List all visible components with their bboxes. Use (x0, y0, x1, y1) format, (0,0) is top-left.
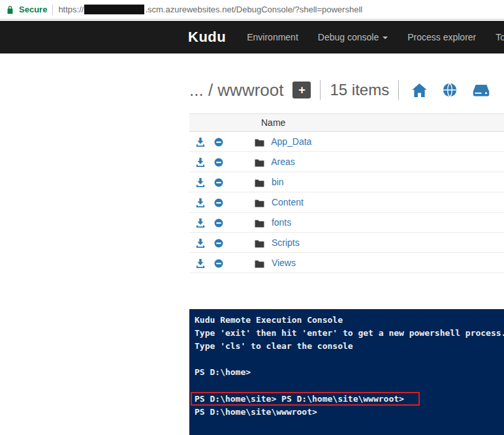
folder-link[interactable]: bin (272, 177, 284, 187)
table-row: Content (189, 192, 504, 213)
url-text[interactable]: https:// .scm.azurewebsites.net/DebugCon… (58, 5, 362, 14)
download-icon[interactable] (196, 197, 205, 207)
table-header-row: Name (189, 114, 504, 132)
table-row: App_Data (189, 132, 504, 152)
highlighted-command: PS D:\home\site> PS D:\home\site\wwwroot… (191, 392, 420, 406)
globe-icon[interactable] (443, 83, 457, 97)
folder-icon (255, 136, 264, 147)
minus-circle-icon[interactable] (214, 136, 223, 147)
item-count: 15 items (330, 81, 389, 99)
nav-process-explorer[interactable]: Process explorer (407, 32, 476, 42)
toolbar-divider (398, 80, 399, 100)
folder-link[interactable]: Areas (271, 157, 295, 167)
download-icon[interactable] (196, 177, 205, 187)
console-line: Type 'cls' to clear the console (195, 340, 504, 353)
folder-icon (255, 217, 264, 228)
download-icon[interactable] (196, 237, 205, 248)
folder-link[interactable]: Scripts (272, 237, 300, 248)
table-row: bin (189, 172, 504, 192)
table-row: Scripts (189, 233, 504, 253)
nav-label: Tools (496, 32, 504, 42)
browser-address-bar[interactable]: Secure https:// .scm.azurewebsites.net/D… (0, 0, 504, 20)
console-line (195, 353, 504, 366)
console-line: PS D:\home\site> PS D:\home\site\wwwroot… (195, 392, 504, 406)
minus-circle-icon[interactable] (214, 177, 223, 187)
url-path: .scm.azurewebsites.net/DebugConsole/?she… (145, 5, 362, 14)
folder-icon (255, 157, 264, 167)
nav-environment[interactable]: Environment (247, 32, 298, 42)
url-scheme: https:// (58, 5, 84, 14)
toolbar-divider (320, 80, 321, 100)
folder-link[interactable]: Content (272, 197, 304, 207)
address-bar-divider (52, 5, 53, 15)
nav-label: Debug console (318, 32, 379, 42)
lock-icon[interactable] (7, 5, 14, 14)
folder-link[interactable]: Views (272, 258, 296, 268)
toolbar-icons (412, 83, 490, 97)
nav-debug-console[interactable]: Debug console (318, 32, 388, 42)
kudu-brand[interactable]: Kudu (188, 29, 226, 46)
minus-circle-icon[interactable] (214, 197, 223, 207)
main-content: ... / wwwroot + 15 items Name (189, 77, 504, 435)
minus-circle-icon[interactable] (214, 157, 223, 167)
file-toolbar: ... / wwwroot + 15 items (189, 77, 504, 103)
folder-icon (255, 177, 264, 187)
caret-down-icon (383, 37, 388, 39)
table-row: fonts (189, 213, 504, 233)
console-line (195, 379, 504, 392)
minus-circle-icon[interactable] (214, 217, 223, 228)
console-line: PS D:\home\site\wwwroot> (195, 406, 504, 419)
column-header-name: Name (255, 114, 504, 132)
table-row: Views (189, 253, 504, 273)
download-icon[interactable] (196, 217, 205, 228)
download-icon[interactable] (196, 136, 205, 147)
security-label: Secure (19, 5, 47, 14)
column-header-actions (189, 114, 255, 132)
new-item-button[interactable]: + (292, 82, 311, 98)
drive-icon[interactable] (473, 83, 490, 97)
breadcrumb[interactable]: ... / wwwroot (189, 80, 283, 100)
minus-circle-icon[interactable] (214, 258, 223, 268)
powershell-console[interactable]: Kudu Remote Execution Console Type 'exit… (189, 309, 504, 435)
folder-link[interactable]: App_Data (271, 136, 311, 147)
minus-circle-icon[interactable] (214, 237, 223, 248)
redacted-host (84, 5, 144, 14)
console-line: Kudu Remote Execution Console (195, 314, 504, 327)
console-line: PS D:\home> (195, 366, 504, 379)
download-icon[interactable] (196, 258, 205, 268)
folder-icon (255, 237, 264, 248)
download-icon[interactable] (196, 157, 205, 167)
folder-link[interactable]: fonts (272, 217, 291, 228)
top-navbar: Kudu Environment Debug console Process e… (0, 21, 504, 53)
table-row: Areas (189, 152, 504, 172)
file-table: Name App_Data (189, 113, 504, 273)
folder-icon (255, 258, 264, 268)
nav-tools[interactable]: Tools (496, 32, 504, 42)
console-line: Type 'exit' then hit 'enter' to get a ne… (195, 327, 504, 340)
folder-icon (255, 197, 264, 207)
home-icon[interactable] (412, 83, 427, 97)
